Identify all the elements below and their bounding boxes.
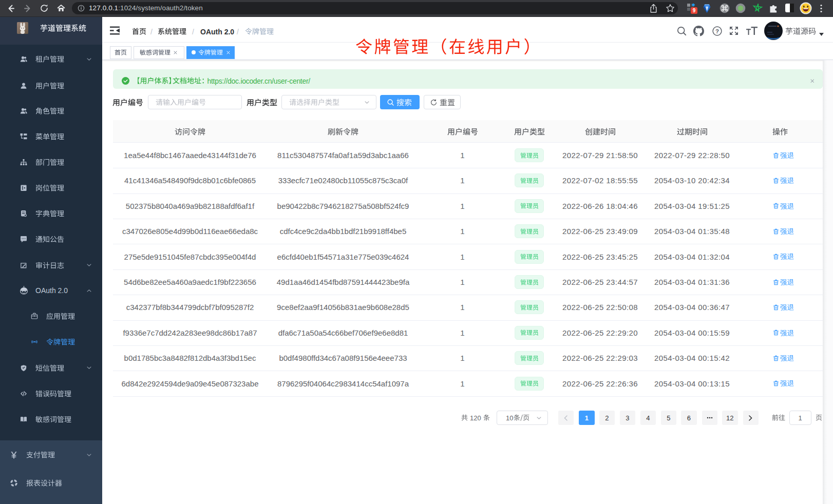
- svg-text:9: 9: [693, 8, 696, 13]
- svg-text:?: ?: [715, 28, 719, 34]
